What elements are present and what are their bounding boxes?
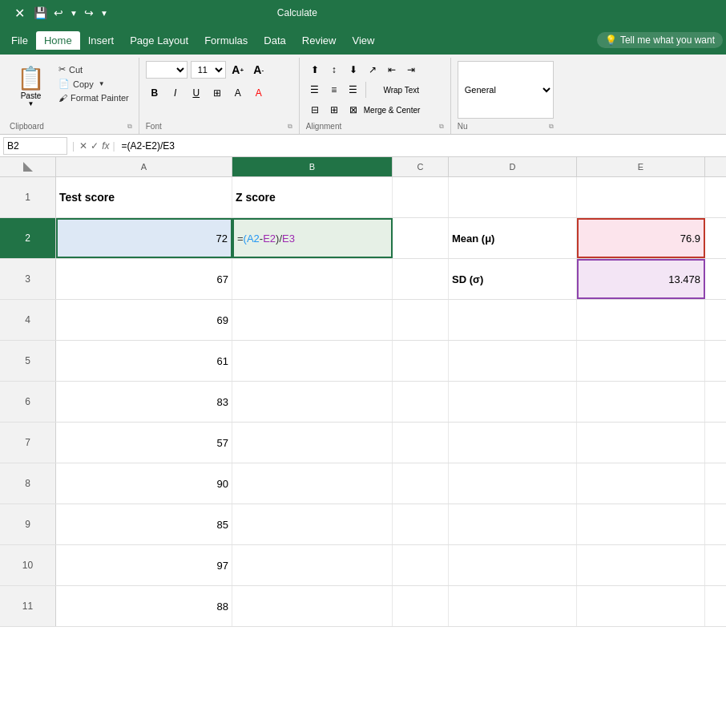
cell-a1[interactable]: Test score bbox=[56, 177, 232, 217]
font-size-select[interactable]: 11 bbox=[191, 61, 226, 79]
alignment-dialog-launcher[interactable]: ⧉ bbox=[439, 123, 444, 131]
insert-function-icon[interactable]: fx bbox=[102, 140, 109, 152]
menu-formulas[interactable]: Formulas bbox=[196, 31, 256, 50]
number-dialog-launcher[interactable]: ⧉ bbox=[549, 123, 554, 131]
cell-c10[interactable] bbox=[393, 545, 449, 585]
cell-d8[interactable] bbox=[449, 463, 577, 504]
indent-increase-btn[interactable]: ⇥ bbox=[402, 61, 420, 79]
cell-b11[interactable] bbox=[232, 586, 393, 626]
decrease-font-btn[interactable]: A- bbox=[250, 61, 268, 79]
col-header-e[interactable]: E bbox=[577, 157, 705, 176]
cell-c3[interactable] bbox=[393, 259, 449, 299]
menu-view[interactable]: View bbox=[344, 31, 382, 50]
font-color-button[interactable]: A bbox=[250, 84, 268, 102]
paste-button[interactable]: 📋 Paste ▼ bbox=[10, 61, 52, 111]
cell-d2[interactable]: Mean (μ) bbox=[449, 218, 577, 258]
cell-a5[interactable]: 61 bbox=[56, 341, 232, 381]
cell-a4[interactable]: 69 bbox=[56, 300, 232, 340]
cell-e4[interactable] bbox=[577, 300, 705, 340]
cell-b7[interactable] bbox=[232, 423, 393, 463]
cell-d5[interactable] bbox=[449, 341, 577, 381]
cell-e10[interactable] bbox=[577, 545, 705, 585]
cell-e5[interactable] bbox=[577, 341, 705, 381]
cell-e11[interactable] bbox=[577, 586, 705, 626]
cell-e8[interactable] bbox=[577, 463, 705, 504]
merge-left-btn[interactable]: ⊟ bbox=[306, 101, 324, 119]
redo-icon[interactable]: ↪ bbox=[82, 5, 96, 21]
align-middle-btn[interactable]: ↕ bbox=[325, 61, 343, 79]
customize-qat-icon[interactable]: ▼ bbox=[98, 7, 111, 19]
menu-data[interactable]: Data bbox=[256, 31, 293, 50]
underline-button[interactable]: U bbox=[188, 84, 205, 102]
align-top-btn[interactable]: ⬆ bbox=[306, 61, 324, 79]
select-all-icon[interactable] bbox=[23, 162, 33, 172]
align-center-btn[interactable]: ≡ bbox=[325, 81, 343, 99]
cell-c9[interactable] bbox=[393, 504, 449, 544]
cell-b6[interactable] bbox=[232, 382, 393, 422]
clipboard-dialog-launcher[interactable]: ⧉ bbox=[127, 123, 132, 131]
cell-d11[interactable] bbox=[449, 586, 577, 626]
cell-c6[interactable] bbox=[393, 382, 449, 422]
cell-a2[interactable]: 72 bbox=[56, 218, 232, 258]
bold-button[interactable]: B bbox=[146, 84, 163, 102]
text-direction-btn[interactable]: ↗ bbox=[364, 61, 381, 79]
cell-c4[interactable] bbox=[393, 300, 449, 340]
cell-reference-box[interactable]: B2 bbox=[3, 137, 67, 155]
cell-c5[interactable] bbox=[393, 341, 449, 381]
cell-b4[interactable] bbox=[232, 300, 393, 340]
cancel-formula-icon[interactable]: ✕ bbox=[79, 140, 87, 152]
cell-c7[interactable] bbox=[393, 423, 449, 463]
font-dialog-launcher[interactable]: ⧉ bbox=[288, 123, 292, 131]
copy-button[interactable]: 📄 Copy ▼ bbox=[55, 77, 132, 91]
format-painter-button[interactable]: 🖌 Format Painter bbox=[55, 91, 132, 104]
menu-review[interactable]: Review bbox=[294, 31, 345, 50]
menu-insert[interactable]: Insert bbox=[80, 31, 123, 50]
cell-e7[interactable] bbox=[577, 423, 705, 463]
cell-e9[interactable] bbox=[577, 504, 705, 544]
cell-d6[interactable] bbox=[449, 382, 577, 422]
cut-button[interactable]: ✂ Cut bbox=[55, 63, 132, 76]
save-icon[interactable]: 💾 bbox=[31, 5, 50, 21]
merge-center-btn[interactable]: Merge & Center bbox=[364, 106, 444, 115]
merge-right-btn[interactable]: ⊠ bbox=[345, 101, 362, 119]
cell-a8[interactable]: 90 bbox=[56, 463, 232, 504]
font-name-select[interactable] bbox=[146, 61, 188, 79]
cell-d4[interactable] bbox=[449, 300, 577, 340]
menu-page-layout[interactable]: Page Layout bbox=[122, 31, 196, 50]
cell-d3[interactable]: SD (σ) bbox=[449, 259, 577, 299]
paste-dropdown[interactable]: ▼ bbox=[28, 100, 34, 107]
cell-d1[interactable] bbox=[449, 177, 577, 217]
italic-button[interactable]: I bbox=[167, 84, 184, 102]
tell-me-box[interactable]: 💡 Tell me what you want bbox=[597, 32, 723, 48]
cell-a6[interactable]: 83 bbox=[56, 382, 232, 422]
col-header-d[interactable]: D bbox=[449, 157, 577, 176]
cell-c2[interactable] bbox=[393, 218, 449, 258]
cell-e1[interactable] bbox=[577, 177, 705, 217]
undo-icon[interactable]: ↩ bbox=[51, 5, 66, 21]
cell-a3[interactable]: 67 bbox=[56, 259, 232, 299]
align-right-btn[interactable]: ☰ bbox=[345, 81, 362, 99]
cell-b2[interactable]: =(A2-E2)/E3 bbox=[232, 218, 393, 258]
cell-b5[interactable] bbox=[232, 341, 393, 381]
confirm-formula-icon[interactable]: ✓ bbox=[91, 140, 99, 152]
menu-file[interactable]: File bbox=[3, 31, 36, 50]
col-header-b[interactable]: B bbox=[232, 157, 393, 176]
cell-b8[interactable] bbox=[232, 463, 393, 504]
cell-b3[interactable] bbox=[232, 259, 393, 299]
align-bottom-btn[interactable]: ⬇ bbox=[345, 61, 362, 79]
cell-d7[interactable] bbox=[449, 423, 577, 463]
merge-btn[interactable]: ⊞ bbox=[325, 101, 343, 119]
cell-b10[interactable] bbox=[232, 545, 393, 585]
cell-d9[interactable] bbox=[449, 504, 577, 544]
cell-c8[interactable] bbox=[393, 463, 449, 504]
cell-d10[interactable] bbox=[449, 545, 577, 585]
col-header-a[interactable]: A bbox=[56, 157, 232, 176]
menu-home[interactable]: Home bbox=[36, 31, 80, 50]
number-format-select[interactable]: General bbox=[458, 61, 554, 119]
cell-c11[interactable] bbox=[393, 586, 449, 626]
align-left-btn[interactable]: ☰ bbox=[306, 81, 324, 99]
col-header-c[interactable]: C bbox=[393, 157, 449, 176]
cell-b9[interactable] bbox=[232, 504, 393, 544]
cell-a10[interactable]: 97 bbox=[56, 545, 232, 585]
cell-e2[interactable]: 76.9 bbox=[577, 218, 705, 258]
